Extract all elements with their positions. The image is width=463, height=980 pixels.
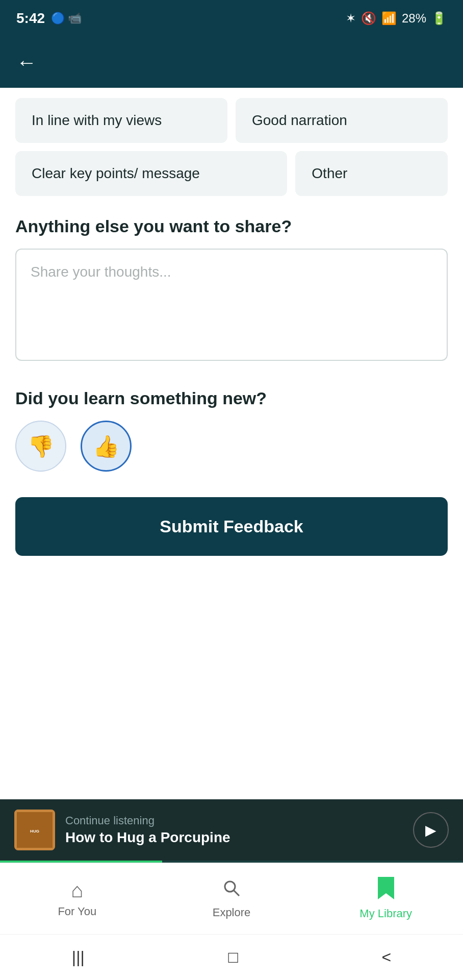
- main-content: In line with my views Good narration Cle…: [0, 88, 463, 799]
- progress-bar: [0, 861, 463, 863]
- mini-player-art-inner: HUG: [14, 810, 55, 850]
- nav-item-explore[interactable]: Explore: [155, 878, 309, 919]
- nav-label-for-you: For You: [58, 905, 96, 918]
- tag-clear-key-points[interactable]: Clear key points/ message: [15, 151, 287, 196]
- progress-fill: [0, 861, 162, 863]
- tags-row-1: In line with my views Good narration: [15, 98, 448, 143]
- learn-buttons: 👎 👍: [15, 421, 448, 472]
- search-svg: [221, 878, 242, 898]
- status-bar: 5:42 🔵 📹 ✶ 🔇 📶 28% 🔋: [0, 0, 463, 37]
- system-nav: ||| □ <: [0, 934, 463, 980]
- mini-player: HUG Continue listening How to Hug a Porc…: [0, 799, 463, 861]
- bookmark-svg: [376, 877, 396, 899]
- textarea-wrapper: [15, 249, 448, 363]
- bookmark-icon: [376, 877, 396, 904]
- status-icons: 🔵 📹: [51, 12, 82, 25]
- mini-player-info: Continue listening How to Hug a Porcupin…: [65, 814, 403, 846]
- nav-item-my-library[interactable]: My Library: [308, 877, 463, 920]
- tag-good-narration[interactable]: Good narration: [236, 98, 448, 143]
- bottom-nav: ⌂ For You Explore My Library: [0, 863, 463, 934]
- mini-player-play-button[interactable]: ▶: [413, 812, 449, 848]
- status-time: 5:42: [16, 10, 45, 27]
- mini-player-artwork: HUG: [14, 810, 55, 850]
- learn-title: Did you learn something new?: [15, 388, 448, 408]
- book-cover-svg: HUG: [14, 810, 55, 850]
- battery-icon: 🔋: [431, 11, 447, 26]
- battery-text: 28%: [402, 11, 426, 26]
- thumbs-down-icon: 👎: [28, 434, 54, 459]
- status-right: ✶ 🔇 📶 28% 🔋: [346, 11, 447, 26]
- top-nav-bar: ←: [0, 37, 463, 88]
- system-menu-button[interactable]: |||: [57, 943, 100, 972]
- system-back-button[interactable]: <: [366, 943, 406, 972]
- tag-in-line[interactable]: In line with my views: [15, 98, 227, 143]
- learn-section: Did you learn something new? 👎 👍: [15, 388, 448, 472]
- anything-else-section: Anything else you want to share?: [15, 216, 448, 363]
- thumbs-down-button[interactable]: 👎: [15, 421, 66, 472]
- tags-section: In line with my views Good narration Cle…: [15, 98, 448, 196]
- home-icon: ⌂: [71, 879, 83, 902]
- nav-label-explore: Explore: [213, 906, 251, 919]
- tags-row-2: Clear key points/ message Other: [15, 151, 448, 196]
- nav-item-for-you[interactable]: ⌂ For You: [0, 879, 155, 918]
- mini-player-label: Continue listening: [65, 814, 403, 827]
- thumbs-up-icon: 👍: [93, 434, 119, 459]
- mute-icon: 🔇: [361, 11, 376, 26]
- nav-label-my-library: My Library: [359, 907, 412, 920]
- tag-other[interactable]: Other: [295, 151, 448, 196]
- circle-icon: 🔵: [51, 12, 65, 25]
- thumbs-up-button[interactable]: 👍: [81, 421, 132, 472]
- system-home-button[interactable]: □: [213, 943, 253, 972]
- status-left: 5:42 🔵 📹: [16, 10, 82, 27]
- back-button[interactable]: ←: [16, 51, 37, 74]
- bluetooth-icon: ✶: [346, 11, 356, 26]
- feedback-textarea[interactable]: [15, 249, 448, 361]
- svg-text:HUG: HUG: [30, 829, 39, 834]
- svg-line-4: [234, 890, 239, 896]
- submit-feedback-button[interactable]: Submit Feedback: [15, 497, 448, 556]
- wifi-icon: 📶: [381, 11, 397, 26]
- search-icon: [221, 878, 242, 903]
- camera-icon: 📹: [68, 12, 82, 25]
- anything-else-title: Anything else you want to share?: [15, 216, 448, 236]
- play-icon: ▶: [425, 822, 436, 839]
- mini-player-title: How to Hug a Porcupine: [65, 829, 403, 846]
